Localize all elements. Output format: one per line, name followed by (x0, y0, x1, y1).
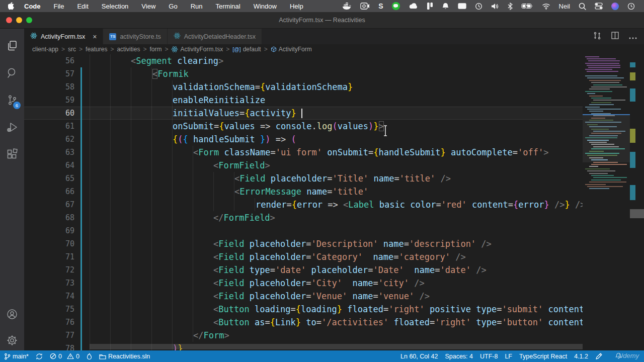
search-icon[interactable] (0, 63, 24, 83)
wifi-icon[interactable] (542, 3, 550, 10)
code-line[interactable]: 58validationSchema={validationSchema} (24, 80, 583, 94)
line-number[interactable]: 77 (24, 329, 74, 342)
menu-item-selection[interactable]: Selection (102, 3, 128, 10)
code-line[interactable]: 62{({ handleSubmit }) => ( (24, 133, 583, 146)
menu-item-terminal[interactable]: Terminal (216, 3, 240, 10)
git-branch-item[interactable]: main* (4, 353, 29, 360)
menu-item-window[interactable]: Window (254, 3, 277, 10)
split-editor-icon[interactable] (611, 32, 619, 41)
line-number[interactable]: 57 (24, 67, 74, 80)
spotlight-icon[interactable] (579, 3, 586, 10)
horizontal-scrollbar[interactable] (90, 344, 583, 349)
code-line[interactable]: 66<ErrorMessage name='title' (24, 185, 583, 198)
line-number[interactable]: 62 (24, 133, 74, 146)
explorer-icon[interactable] (0, 36, 24, 56)
airplay-display-icon[interactable] (458, 3, 466, 10)
breadcrumb-item-src[interactable]: src (68, 46, 76, 53)
source-control-icon[interactable]: 6 (0, 90, 24, 110)
line-number[interactable]: 65 (24, 172, 74, 185)
breadcrumb-item-ActivityForm.tsx[interactable]: ActivityForm.tsx (171, 46, 223, 53)
battery-icon[interactable] (521, 3, 533, 9)
code-line[interactable]: 77</Form> (24, 329, 583, 342)
indentation-item[interactable]: Spaces: 4 (445, 353, 473, 360)
code-area[interactable]: 56<Segment clearing>57<Formik58validatio… (24, 54, 583, 350)
code-line[interactable]: 57<Formik (24, 67, 583, 80)
minimap-slider[interactable] (583, 114, 630, 162)
menu-item-go[interactable]: Go (169, 3, 177, 10)
time-machine-icon[interactable] (475, 3, 482, 10)
breadcrumb-item-ActivityForm[interactable]: ActivityForm (271, 46, 312, 53)
code-line[interactable]: 76<Button as={Link} to='/activities' flo… (24, 316, 583, 329)
breadcrumb-item-activities[interactable]: activities (117, 46, 140, 53)
control-center-icon[interactable] (595, 3, 603, 10)
code-line[interactable]: 67render={error => <Label basic color='r… (24, 198, 583, 211)
code-line[interactable]: 59enableReinitialize (24, 94, 583, 107)
code-line[interactable]: 71<Field placeholder='Category' name='ca… (24, 250, 583, 263)
skitch-icon[interactable]: S (378, 2, 383, 10)
notifications-area[interactable]: Udemy (610, 350, 639, 362)
line-number[interactable]: 76 (24, 316, 74, 329)
prettier-pen-icon[interactable] (595, 352, 603, 360)
screen-record-icon[interactable] (360, 3, 370, 10)
menu-item-edit[interactable]: Edit (77, 3, 88, 10)
close-tab-icon[interactable]: × (93, 33, 97, 40)
menu-item-run[interactable]: Run (191, 3, 203, 10)
breadcrumb-item-features[interactable]: features (86, 46, 107, 53)
line-number[interactable]: 69 (24, 224, 74, 237)
apple-icon[interactable] (8, 2, 15, 10)
clock-icon[interactable] (627, 3, 635, 10)
tab-ActivityForm.tsx[interactable]: ActivityForm.tsx× (24, 29, 103, 44)
encoding-item[interactable]: UTF-8 (480, 353, 498, 360)
cursor-position-item[interactable]: Ln 60, Col 42 (400, 353, 438, 360)
code-line[interactable]: 63<Form className='ui form' onSubmit={ha… (24, 146, 583, 159)
code-line[interactable]: 72<Field type='date' placeholder='Date' … (24, 263, 583, 277)
bell-icon[interactable] (442, 3, 449, 10)
line-number[interactable]: 68 (24, 211, 74, 224)
extensions-icon[interactable] (0, 144, 24, 164)
code-line[interactable]: 64<FormField> (24, 159, 583, 172)
tab-activityStore.ts[interactable]: TSactivityStore.ts (103, 29, 167, 44)
siri-icon[interactable] (611, 3, 619, 10)
code-line[interactable]: 65<Field placeholder='Title' name='title… (24, 172, 583, 185)
flame-item[interactable] (87, 353, 92, 360)
problems-item[interactable]: 0 0 (50, 353, 79, 360)
line-number[interactable]: 73 (24, 277, 74, 290)
menu-item-file[interactable]: File (54, 3, 64, 10)
line-number[interactable]: 60 (24, 107, 74, 120)
menu-item-view[interactable]: View (141, 3, 155, 10)
menu-user-name[interactable]: Neil (559, 3, 570, 10)
line-number[interactable]: 78 (24, 342, 74, 350)
onedrive-icon[interactable] (409, 3, 418, 9)
language-mode-item[interactable]: TypeScript React (519, 353, 567, 360)
line-number[interactable]: 67 (24, 198, 74, 211)
code-line[interactable]: 70<Field placeholder='Description' name=… (24, 237, 583, 250)
menu-item-code[interactable]: Code (24, 3, 41, 10)
run-debug-icon[interactable] (0, 117, 24, 137)
breadcrumb-item-default[interactable]: [@]default (232, 46, 261, 53)
line-number[interactable]: 72 (24, 263, 74, 277)
code-line[interactable]: 68</FormField> (24, 211, 583, 224)
docker-menu-icon[interactable] (342, 3, 352, 10)
line-number[interactable]: 75 (24, 303, 74, 316)
line-number[interactable]: 71 (24, 250, 74, 263)
minimap[interactable] (583, 54, 630, 350)
settings-gear-icon[interactable] (0, 330, 24, 350)
code-line[interactable]: 69 (24, 224, 583, 237)
tab-ActivityDetaledHeader.tsx[interactable]: ActivityDetaledHeader.tsx (168, 29, 262, 44)
ts-version-item[interactable]: 4.1.2 (574, 353, 588, 360)
code-line[interactable]: 75<Button loading={loading} floated='rig… (24, 303, 583, 316)
volume-icon[interactable] (491, 3, 499, 10)
menu-item-help[interactable]: Help (290, 3, 303, 10)
line-number[interactable]: 66 (24, 185, 74, 198)
code-line[interactable]: 56<Segment clearing> (24, 54, 583, 67)
sync-button[interactable] (36, 353, 43, 360)
accounts-icon[interactable] (0, 304, 24, 324)
solution-item[interactable]: Reactivities.sln (99, 353, 150, 360)
flycut-icon[interactable] (427, 3, 433, 10)
line-number[interactable]: 63 (24, 146, 74, 159)
code-line[interactable]: 74<Field placeholder='Venue' name='venue… (24, 290, 583, 303)
breadcrumb-item-client-app[interactable]: client-app (32, 46, 58, 53)
line-number[interactable]: 61 (24, 120, 74, 133)
open-changes-icon[interactable] (593, 32, 601, 42)
line-number[interactable]: 58 (24, 80, 74, 94)
